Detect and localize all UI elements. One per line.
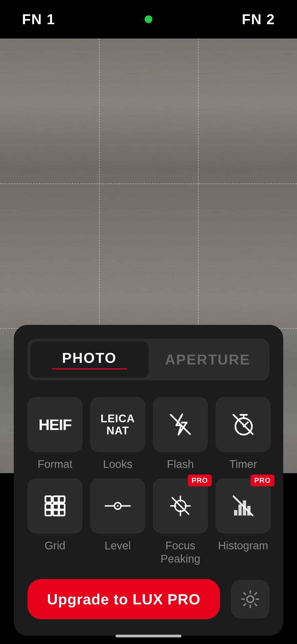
histogram-button[interactable]: PRO xyxy=(216,478,271,533)
upgrade-button[interactable]: Upgrade to LUX PRO xyxy=(28,579,220,619)
panel-card: PHOTO APERTURE HEIF Format LEICANAT xyxy=(14,325,283,636)
control-timer[interactable]: Timer xyxy=(216,397,271,471)
bottom-panel: PHOTO APERTURE HEIF Format LEICANAT xyxy=(0,325,297,644)
control-histogram[interactable]: PRO Histogram xyxy=(216,478,271,565)
svg-rect-25 xyxy=(234,510,237,516)
grid-label: Grid xyxy=(45,539,65,552)
control-looks[interactable]: LEICANAT Looks xyxy=(90,397,145,471)
svg-rect-26 xyxy=(238,505,242,516)
heif-icon: HEIF xyxy=(38,416,72,434)
control-flash[interactable]: Flash xyxy=(153,397,208,471)
settings-button[interactable] xyxy=(231,580,270,618)
control-focus-peaking[interactable]: PRO FocusPeaking xyxy=(153,478,208,565)
controls-grid: HEIF Format LEICANAT Looks Fl xyxy=(28,397,270,565)
status-dot xyxy=(145,15,152,23)
focus-peaking-icon xyxy=(168,494,193,518)
control-grid[interactable]: Grid xyxy=(28,478,82,565)
settings-icon xyxy=(239,588,261,610)
looks-label: Looks xyxy=(103,457,133,471)
timer-off-icon xyxy=(231,412,255,437)
focus-peaking-pro-badge: PRO xyxy=(188,475,212,486)
control-level[interactable]: Level xyxy=(90,478,145,565)
grid-button[interactable] xyxy=(28,478,82,533)
focus-peaking-button[interactable]: PRO xyxy=(153,478,208,533)
tab-aperture[interactable]: APERTURE xyxy=(148,343,267,376)
grid-icon xyxy=(43,494,67,518)
timer-label: Timer xyxy=(229,457,257,471)
format-button[interactable]: HEIF xyxy=(28,397,82,452)
svg-point-30 xyxy=(247,596,254,602)
histogram-icon xyxy=(231,494,255,518)
level-button[interactable] xyxy=(90,478,145,533)
fn1-button[interactable]: FN 1 xyxy=(22,11,55,28)
looks-button[interactable]: LEICANAT xyxy=(90,397,145,452)
home-indicator xyxy=(116,635,182,637)
focus-peaking-label: FocusPeaking xyxy=(161,539,200,565)
fn2-button[interactable]: FN 2 xyxy=(242,11,275,28)
bottom-actions: Upgrade to LUX PRO xyxy=(28,579,270,619)
histogram-pro-badge: PRO xyxy=(251,475,274,486)
histogram-label: Histogram xyxy=(218,539,268,552)
flash-label: Flash xyxy=(167,457,194,471)
control-format[interactable]: HEIF Format xyxy=(28,397,82,471)
timer-button[interactable] xyxy=(216,397,271,452)
level-icon xyxy=(104,498,131,514)
mode-tabs: PHOTO APERTURE xyxy=(28,339,270,380)
top-bar: FN 1 FN 2 xyxy=(0,0,297,39)
svg-rect-6 xyxy=(45,496,51,502)
level-label: Level xyxy=(105,539,131,552)
flash-button[interactable] xyxy=(153,397,208,452)
svg-point-17 xyxy=(117,505,119,507)
leica-icon: LEICANAT xyxy=(101,412,135,437)
tab-photo[interactable]: PHOTO xyxy=(30,341,148,378)
format-label: Format xyxy=(38,457,73,471)
flash-off-icon xyxy=(168,412,193,437)
